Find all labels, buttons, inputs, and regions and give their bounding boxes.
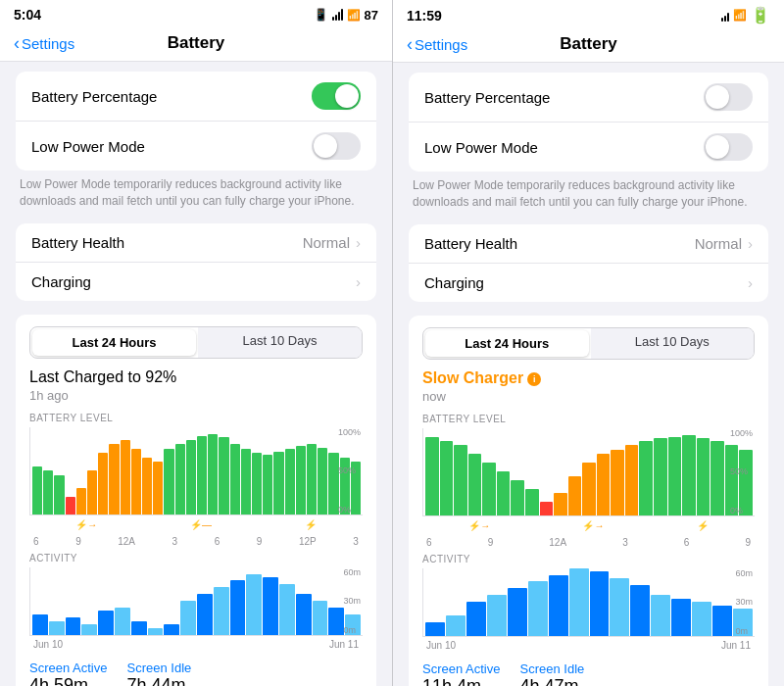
screen-active-value-left: 4h 59m	[29, 675, 108, 686]
ayr-30: 30m	[735, 597, 753, 607]
battery-health-label-right: Battery Health	[424, 235, 517, 252]
battery-percentage-toggle-left[interactable]	[312, 82, 361, 110]
bar	[525, 489, 539, 515]
act-bar	[263, 577, 278, 635]
act-bar	[49, 621, 65, 635]
charge-sub-left: 1h ago	[29, 388, 363, 403]
xl5: 6	[215, 536, 220, 547]
bar	[454, 445, 467, 514]
bar	[197, 436, 207, 514]
battery-health-row-left[interactable]: Battery Health Normal ›	[16, 223, 376, 263]
battery-percentage-toggle-right[interactable]	[704, 83, 753, 111]
cs2: ⚡—	[190, 519, 212, 530]
act-bar	[425, 622, 445, 636]
status-icons-left: 📱 📶 87	[314, 8, 378, 23]
bar	[597, 454, 611, 514]
screen-active-right: Screen Active 11h 4m	[422, 662, 501, 686]
battery-health-row-right[interactable]: Battery Health Normal ›	[409, 224, 768, 264]
screen-idle-left: Screen Idle 7h 44m	[127, 661, 192, 686]
content-right: Battery Percentage Low Power Mode Low Po…	[393, 63, 784, 686]
act-bar	[98, 611, 114, 634]
bar	[109, 444, 119, 514]
charge-title-row-right: Slow Charger i	[422, 369, 755, 389]
bar	[611, 450, 624, 515]
charge-symbols-right: ⚡→ ⚡→ ⚡	[422, 518, 755, 533]
tab-10d-left[interactable]: Last 10 Days	[198, 327, 362, 358]
ayr-0: 0m	[735, 626, 753, 636]
battery-bars-left	[30, 427, 363, 514]
act-bar	[651, 595, 670, 635]
bar	[121, 440, 130, 514]
chart-y-left: 100% 50% 0%	[336, 427, 363, 514]
left-panel: 5:04 📱 📶 87 ‹ Settings Battery Battery P…	[0, 0, 392, 686]
bar	[307, 444, 317, 514]
battery-health-value-left: Normal	[303, 234, 350, 251]
chart-x-right: 6 9 12A 3 6 9	[422, 535, 755, 550]
back-button-right[interactable]: ‹ Settings	[407, 34, 467, 55]
ayr-60: 60m	[735, 568, 753, 578]
charging-row-right[interactable]: Charging ›	[409, 264, 768, 302]
nav-bar-left: ‹ Settings Battery	[0, 27, 392, 62]
battery-icon-left: 📱	[314, 8, 328, 22]
y-100: 100%	[338, 427, 361, 437]
bar	[625, 445, 639, 514]
cs1r: ⚡→	[468, 520, 490, 531]
bar	[285, 449, 295, 514]
tab-24h-right[interactable]: Last 24 Hours	[425, 330, 589, 357]
xl6: 9	[257, 536, 263, 547]
act-bar	[131, 621, 147, 635]
act-bar	[692, 602, 711, 636]
bar	[710, 441, 724, 515]
screen-idle-label-left: Screen Idle	[127, 661, 192, 675]
bar	[440, 441, 454, 515]
charging-right-right: ›	[748, 274, 753, 291]
chart-x-left: 6 9 12A 3 6 9 12P 3	[29, 534, 363, 549]
screen-idle-value-left: 7h 44m	[127, 675, 192, 686]
info-icon-right[interactable]: i	[527, 372, 541, 386]
xl8: 3	[353, 536, 359, 547]
battery-percent-left: 87	[365, 8, 378, 23]
act-bar	[148, 628, 164, 635]
bar	[468, 454, 482, 514]
charging-label-left: Charging	[31, 273, 91, 290]
xr1: 6	[426, 537, 432, 548]
y-0-r: 0%	[730, 506, 753, 515]
act-bar	[296, 594, 312, 634]
status-bar-left: 5:04 📱 📶 87	[0, 0, 392, 27]
battery-chart-wrapper-left: 100% 50% 0% ⚡→ ⚡— ⚡ 6 9 12A 3 6	[29, 427, 363, 549]
charging-row-left[interactable]: Charging ›	[16, 263, 376, 301]
tab-10d-right[interactable]: Last 10 Days	[591, 328, 755, 359]
act-bar	[712, 606, 732, 636]
nav-title-left: Battery	[168, 33, 225, 53]
act-bar	[164, 624, 179, 634]
battery-percentage-row-left: Battery Percentage	[16, 72, 376, 122]
bar	[568, 476, 582, 515]
bar	[87, 470, 97, 514]
tab-24h-left[interactable]: Last 24 Hours	[32, 329, 196, 356]
bar	[263, 455, 272, 514]
low-power-label-left: Low Power Mode	[31, 138, 145, 155]
time-right: 11:59	[407, 8, 442, 24]
chevron-back-right: ‹	[407, 34, 413, 55]
bar	[230, 444, 240, 514]
act-bar	[528, 581, 548, 635]
date1-right: Jun 10	[426, 640, 456, 651]
act-y-right: 60m 30m 0m	[733, 568, 755, 636]
activity-bars-right	[423, 568, 755, 636]
status-bar-right: 11:59 📶 🔋	[393, 0, 784, 28]
back-button-left[interactable]: ‹ Settings	[14, 33, 74, 54]
chevron-back-left: ‹	[14, 33, 20, 54]
low-power-toggle-left[interactable]	[312, 132, 361, 160]
battery-percentage-label-right: Battery Percentage	[424, 89, 550, 106]
toggle-knob-bp-left	[335, 84, 359, 108]
xr2: 9	[488, 537, 494, 548]
xl4: 3	[172, 536, 178, 547]
low-power-toggle-right[interactable]	[704, 133, 753, 161]
battery-health-right-left: Normal ›	[303, 234, 361, 251]
bar	[164, 449, 173, 514]
bar	[142, 458, 152, 514]
bar	[540, 502, 554, 514]
act-bar	[81, 624, 97, 634]
xl7: 12P	[299, 536, 317, 547]
act-bar	[466, 602, 486, 636]
